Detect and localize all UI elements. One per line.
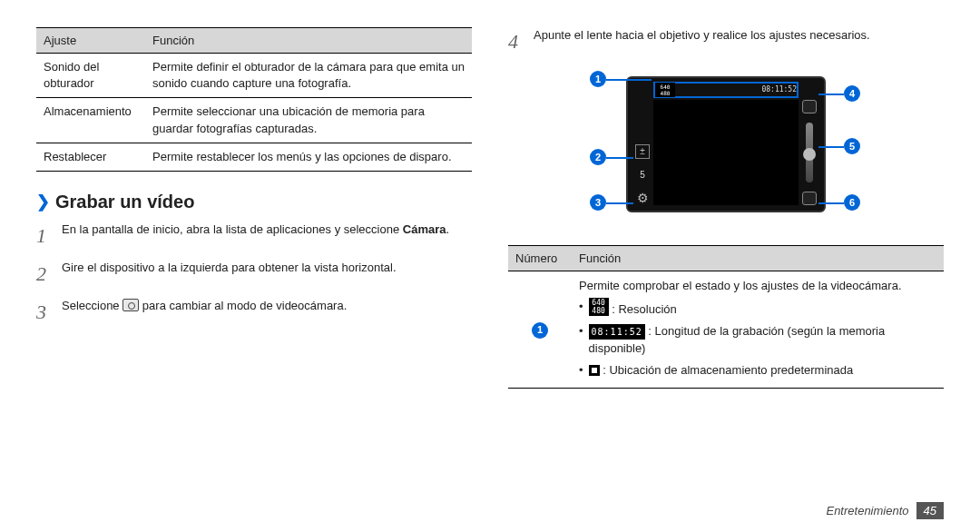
section-heading: ❯ Grabar un vídeo: [36, 192, 472, 212]
step-text: Gire el dispositivo a la izquierda para …: [62, 260, 397, 289]
settings-header-ajuste: Ajuste: [36, 28, 145, 54]
step-number: 3: [36, 298, 53, 327]
step-text: En la pantalla de inicio, abra la lista …: [62, 222, 403, 236]
footer-section-label: Entretenimiento: [826, 504, 908, 517]
right-column: 4 Apunte el lente hacia el objetivo y re…: [508, 27, 944, 389]
setting-desc: Permite definir el obturador de la cámar…: [145, 54, 472, 98]
list-item: 2 Gire el dispositivo a la izquierda par…: [36, 260, 472, 289]
steps-list: 1 En la pantalla de inicio, abra la list…: [36, 222, 472, 327]
setting-name: Restablecer: [36, 143, 145, 171]
left-column: Ajuste Función Sonido del obturador Perm…: [36, 27, 472, 389]
table-row: 1 Permite comprobar el estado y los ajus…: [508, 271, 944, 389]
callout-lead: [606, 157, 633, 159]
step-text: .: [446, 222, 449, 236]
bullet-text: : Resolución: [612, 302, 677, 316]
step-text: Seleccione: [62, 299, 122, 312]
phone-mockup: 640 480 08:11:52 ± 5 ⚙: [626, 76, 826, 212]
settings-header-funcion: Función: [145, 28, 472, 54]
resolution-icon: 640 480: [655, 83, 675, 97]
callouts-header-numero: Número: [508, 245, 572, 271]
callout-lead: [818, 202, 844, 204]
diagram-right-controls: [800, 100, 818, 205]
callout-2: 2: [590, 149, 606, 165]
callouts-header-funcion: Función: [572, 245, 944, 271]
mode-toggle-icon: [802, 100, 817, 113]
section-title-text: Grabar un vídeo: [55, 192, 194, 212]
callout-lead: [606, 202, 633, 204]
callout-lead: [818, 146, 844, 148]
viewfinder: [653, 100, 799, 205]
steps-list-right: 4 Apunte el lente hacia el objetivo y re…: [508, 27, 944, 56]
callout-4: 4: [844, 85, 860, 102]
exposure-icon: ±: [635, 144, 650, 159]
footer-page-number: 45: [916, 502, 944, 519]
bullet-text: : Ubicación de almacenamiento predetermi…: [603, 363, 853, 377]
setting-desc: Permite seleccionar una ubicación de mem…: [145, 98, 472, 143]
recording-time-icon: 08:11:52: [589, 324, 645, 340]
shutter-slider: [806, 123, 813, 182]
list-item: 3 Seleccione para cambiar al modo de vid…: [36, 298, 472, 327]
setting-desc: Permite restablecer los menús y las opci…: [145, 143, 472, 171]
list-item: 640 480 : Resolución: [579, 298, 936, 319]
step-number: 4: [508, 27, 524, 56]
gallery-icon: [802, 192, 817, 205]
list-item: 08:11:52 : Longitud de la grabación (seg…: [579, 322, 936, 358]
table-row: Almacenamiento Permite seleccionar una u…: [36, 98, 472, 143]
page-footer: Entretenimiento 45: [826, 502, 944, 519]
step-number: 1: [36, 222, 53, 251]
chevron-right-icon: ❯: [36, 192, 50, 212]
resolution-icon: 640 480: [589, 298, 609, 316]
callout-badge-1: 1: [532, 322, 548, 339]
table-row: Restablecer Permite restablecer los menú…: [36, 143, 472, 171]
callout-3: 3: [590, 194, 606, 211]
callout-lead: [818, 94, 844, 95]
list-item: 4 Apunte el lente hacia el objetivo y re…: [508, 27, 944, 56]
table-row: Sonido del obturador Permite definir el …: [36, 54, 472, 98]
exposure-value: 5: [640, 170, 645, 180]
step-text: Apunte el lente hacia el objetivo y real…: [534, 27, 870, 56]
callout-1: 1: [590, 71, 606, 87]
settings-table: Ajuste Función Sonido del obturador Perm…: [36, 27, 472, 172]
camcorder-diagram: 640 480 08:11:52 ± 5 ⚙: [508, 67, 944, 231]
setting-name: Sonido del obturador: [36, 54, 145, 98]
step-bold-camara: Cámara: [403, 222, 446, 236]
step-text: para cambiar al modo de videocámara.: [142, 299, 347, 312]
diagram-left-controls: ± 5 ⚙: [633, 100, 652, 205]
storage-icon: [589, 365, 600, 376]
recording-time-label: 08:11:52: [761, 85, 797, 94]
callout-5: 5: [844, 138, 860, 154]
diagram-topbar: 640 480 08:11:52: [655, 84, 797, 96]
setting-name: Almacenamiento: [36, 98, 145, 143]
list-item: 1 En la pantalla de inicio, abra la list…: [36, 222, 472, 251]
step-number: 2: [36, 260, 53, 289]
callout-desc: Permite comprobar el estado y los ajuste…: [579, 277, 936, 295]
callout-6: 6: [844, 194, 860, 211]
gear-icon: ⚙: [637, 191, 649, 205]
list-item: : Ubicación de almacenamiento predetermi…: [579, 361, 936, 379]
camera-icon: [122, 299, 139, 311]
callout-lead: [606, 79, 652, 81]
callouts-table: Número Función 1 Permite comprobar el es…: [508, 245, 944, 389]
